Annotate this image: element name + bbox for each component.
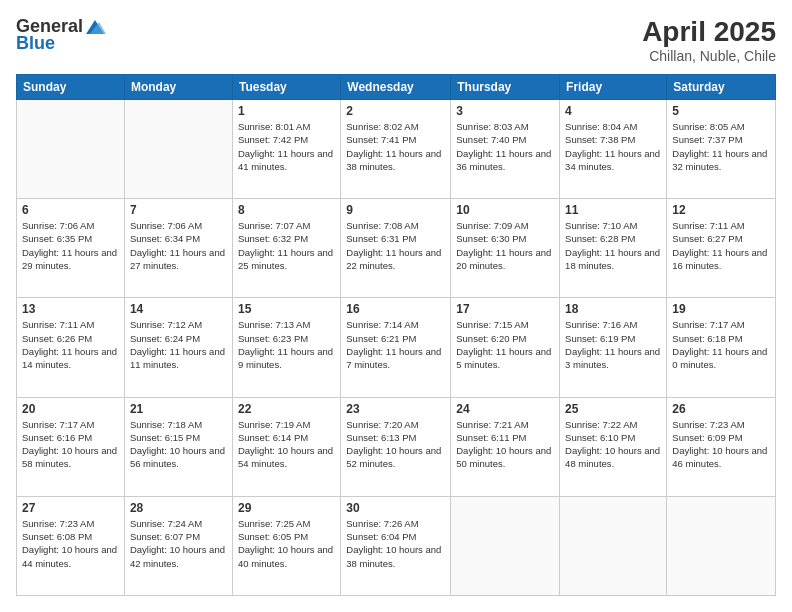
day-cell: 23Sunrise: 7:20 AMSunset: 6:13 PMDayligh… xyxy=(341,397,451,496)
day-number: 5 xyxy=(672,104,770,118)
day-cell: 27Sunrise: 7:23 AMSunset: 6:08 PMDayligh… xyxy=(17,496,125,595)
day-number: 30 xyxy=(346,501,445,515)
header: General Blue April 2025 Chillan, Nuble, … xyxy=(16,16,776,64)
day-cell: 7Sunrise: 7:06 AMSunset: 6:34 PMDaylight… xyxy=(124,199,232,298)
day-info: Sunrise: 7:12 AMSunset: 6:24 PMDaylight:… xyxy=(130,318,227,371)
day-number: 22 xyxy=(238,402,335,416)
day-number: 7 xyxy=(130,203,227,217)
day-number: 14 xyxy=(130,302,227,316)
day-info: Sunrise: 7:10 AMSunset: 6:28 PMDaylight:… xyxy=(565,219,661,272)
day-number: 15 xyxy=(238,302,335,316)
day-info: Sunrise: 7:22 AMSunset: 6:10 PMDaylight:… xyxy=(565,418,661,471)
day-number: 2 xyxy=(346,104,445,118)
day-info: Sunrise: 7:19 AMSunset: 6:14 PMDaylight:… xyxy=(238,418,335,471)
day-number: 17 xyxy=(456,302,554,316)
day-info: Sunrise: 7:11 AMSunset: 6:26 PMDaylight:… xyxy=(22,318,119,371)
day-info: Sunrise: 7:21 AMSunset: 6:11 PMDaylight:… xyxy=(456,418,554,471)
day-cell: 24Sunrise: 7:21 AMSunset: 6:11 PMDayligh… xyxy=(451,397,560,496)
week-row-5: 27Sunrise: 7:23 AMSunset: 6:08 PMDayligh… xyxy=(17,496,776,595)
day-cell: 18Sunrise: 7:16 AMSunset: 6:19 PMDayligh… xyxy=(560,298,667,397)
day-info: Sunrise: 7:07 AMSunset: 6:32 PMDaylight:… xyxy=(238,219,335,272)
week-row-1: 1Sunrise: 8:01 AMSunset: 7:42 PMDaylight… xyxy=(17,100,776,199)
day-number: 23 xyxy=(346,402,445,416)
month-title: April 2025 xyxy=(642,16,776,48)
day-info: Sunrise: 7:16 AMSunset: 6:19 PMDaylight:… xyxy=(565,318,661,371)
calendar-page: General Blue April 2025 Chillan, Nuble, … xyxy=(0,0,792,612)
day-number: 13 xyxy=(22,302,119,316)
day-header-monday: Monday xyxy=(124,75,232,100)
day-info: Sunrise: 7:14 AMSunset: 6:21 PMDaylight:… xyxy=(346,318,445,371)
day-header-wednesday: Wednesday xyxy=(341,75,451,100)
day-number: 12 xyxy=(672,203,770,217)
day-cell xyxy=(560,496,667,595)
day-cell: 9Sunrise: 7:08 AMSunset: 6:31 PMDaylight… xyxy=(341,199,451,298)
day-info: Sunrise: 7:06 AMSunset: 6:35 PMDaylight:… xyxy=(22,219,119,272)
day-header-saturday: Saturday xyxy=(667,75,776,100)
day-number: 19 xyxy=(672,302,770,316)
day-cell: 4Sunrise: 8:04 AMSunset: 7:38 PMDaylight… xyxy=(560,100,667,199)
day-number: 26 xyxy=(672,402,770,416)
day-cell xyxy=(17,100,125,199)
day-cell: 29Sunrise: 7:25 AMSunset: 6:05 PMDayligh… xyxy=(232,496,340,595)
day-number: 18 xyxy=(565,302,661,316)
day-info: Sunrise: 7:17 AMSunset: 6:18 PMDaylight:… xyxy=(672,318,770,371)
day-info: Sunrise: 8:01 AMSunset: 7:42 PMDaylight:… xyxy=(238,120,335,173)
day-info: Sunrise: 7:06 AMSunset: 6:34 PMDaylight:… xyxy=(130,219,227,272)
day-cell: 12Sunrise: 7:11 AMSunset: 6:27 PMDayligh… xyxy=(667,199,776,298)
calendar-header-row: SundayMondayTuesdayWednesdayThursdayFrid… xyxy=(17,75,776,100)
day-info: Sunrise: 7:24 AMSunset: 6:07 PMDaylight:… xyxy=(130,517,227,570)
calendar-table: SundayMondayTuesdayWednesdayThursdayFrid… xyxy=(16,74,776,596)
logo-blue: Blue xyxy=(16,33,55,54)
day-info: Sunrise: 7:08 AMSunset: 6:31 PMDaylight:… xyxy=(346,219,445,272)
day-number: 28 xyxy=(130,501,227,515)
day-info: Sunrise: 8:04 AMSunset: 7:38 PMDaylight:… xyxy=(565,120,661,173)
day-cell: 2Sunrise: 8:02 AMSunset: 7:41 PMDaylight… xyxy=(341,100,451,199)
day-number: 21 xyxy=(130,402,227,416)
day-cell: 28Sunrise: 7:24 AMSunset: 6:07 PMDayligh… xyxy=(124,496,232,595)
day-cell: 19Sunrise: 7:17 AMSunset: 6:18 PMDayligh… xyxy=(667,298,776,397)
day-cell: 15Sunrise: 7:13 AMSunset: 6:23 PMDayligh… xyxy=(232,298,340,397)
day-info: Sunrise: 7:15 AMSunset: 6:20 PMDaylight:… xyxy=(456,318,554,371)
day-info: Sunrise: 7:23 AMSunset: 6:08 PMDaylight:… xyxy=(22,517,119,570)
day-info: Sunrise: 7:11 AMSunset: 6:27 PMDaylight:… xyxy=(672,219,770,272)
day-cell: 5Sunrise: 8:05 AMSunset: 7:37 PMDaylight… xyxy=(667,100,776,199)
day-header-tuesday: Tuesday xyxy=(232,75,340,100)
logo-icon xyxy=(84,18,106,36)
day-number: 10 xyxy=(456,203,554,217)
day-info: Sunrise: 7:18 AMSunset: 6:15 PMDaylight:… xyxy=(130,418,227,471)
day-cell: 14Sunrise: 7:12 AMSunset: 6:24 PMDayligh… xyxy=(124,298,232,397)
day-info: Sunrise: 7:09 AMSunset: 6:30 PMDaylight:… xyxy=(456,219,554,272)
day-info: Sunrise: 7:26 AMSunset: 6:04 PMDaylight:… xyxy=(346,517,445,570)
day-number: 8 xyxy=(238,203,335,217)
day-cell: 8Sunrise: 7:07 AMSunset: 6:32 PMDaylight… xyxy=(232,199,340,298)
day-number: 27 xyxy=(22,501,119,515)
logo: General Blue xyxy=(16,16,107,54)
day-number: 11 xyxy=(565,203,661,217)
day-number: 9 xyxy=(346,203,445,217)
location: Chillan, Nuble, Chile xyxy=(642,48,776,64)
day-cell: 22Sunrise: 7:19 AMSunset: 6:14 PMDayligh… xyxy=(232,397,340,496)
day-cell xyxy=(667,496,776,595)
week-row-3: 13Sunrise: 7:11 AMSunset: 6:26 PMDayligh… xyxy=(17,298,776,397)
day-cell: 10Sunrise: 7:09 AMSunset: 6:30 PMDayligh… xyxy=(451,199,560,298)
day-cell: 1Sunrise: 8:01 AMSunset: 7:42 PMDaylight… xyxy=(232,100,340,199)
day-number: 1 xyxy=(238,104,335,118)
day-number: 29 xyxy=(238,501,335,515)
day-cell: 20Sunrise: 7:17 AMSunset: 6:16 PMDayligh… xyxy=(17,397,125,496)
title-section: April 2025 Chillan, Nuble, Chile xyxy=(642,16,776,64)
day-cell xyxy=(124,100,232,199)
day-number: 25 xyxy=(565,402,661,416)
day-info: Sunrise: 7:20 AMSunset: 6:13 PMDaylight:… xyxy=(346,418,445,471)
day-cell: 16Sunrise: 7:14 AMSunset: 6:21 PMDayligh… xyxy=(341,298,451,397)
day-number: 6 xyxy=(22,203,119,217)
week-row-4: 20Sunrise: 7:17 AMSunset: 6:16 PMDayligh… xyxy=(17,397,776,496)
day-cell: 11Sunrise: 7:10 AMSunset: 6:28 PMDayligh… xyxy=(560,199,667,298)
day-header-thursday: Thursday xyxy=(451,75,560,100)
day-info: Sunrise: 8:05 AMSunset: 7:37 PMDaylight:… xyxy=(672,120,770,173)
day-header-sunday: Sunday xyxy=(17,75,125,100)
day-info: Sunrise: 7:17 AMSunset: 6:16 PMDaylight:… xyxy=(22,418,119,471)
day-cell: 30Sunrise: 7:26 AMSunset: 6:04 PMDayligh… xyxy=(341,496,451,595)
day-info: Sunrise: 8:03 AMSunset: 7:40 PMDaylight:… xyxy=(456,120,554,173)
day-info: Sunrise: 7:25 AMSunset: 6:05 PMDaylight:… xyxy=(238,517,335,570)
day-cell: 13Sunrise: 7:11 AMSunset: 6:26 PMDayligh… xyxy=(17,298,125,397)
